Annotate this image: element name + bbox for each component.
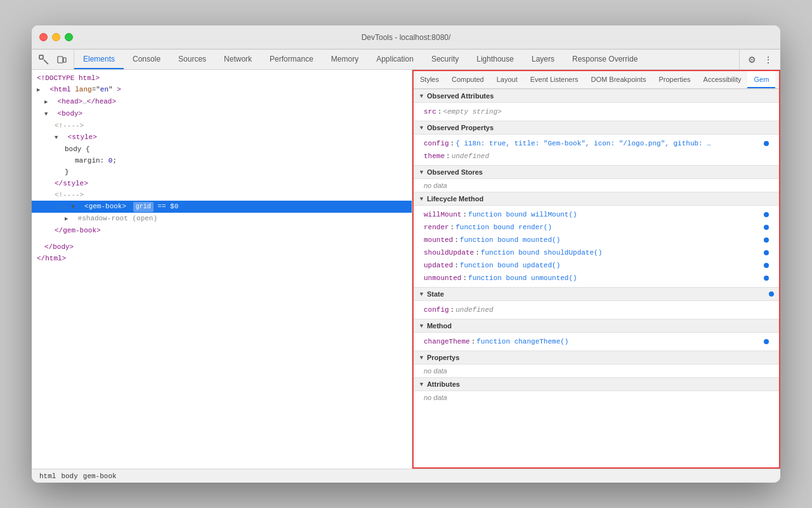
sub-tab-gem[interactable]: Gem bbox=[747, 71, 775, 88]
sub-tab-properties[interactable]: Properties bbox=[652, 71, 697, 88]
triangle-icon: ▼ bbox=[419, 381, 424, 387]
settings-icon[interactable]: ⚙ bbox=[745, 53, 759, 67]
dom-line-style[interactable]: ▼ <style> bbox=[32, 131, 412, 144]
tab-lighthouse[interactable]: Lighthouse bbox=[468, 50, 523, 69]
tab-sources[interactable]: Sources bbox=[169, 50, 215, 69]
attr-lang: lang bbox=[75, 86, 91, 93]
dot-indicator bbox=[764, 276, 769, 281]
head-expand-icon: ▶ bbox=[44, 97, 53, 107]
dom-line-html-close: </html> bbox=[32, 253, 412, 264]
tab-layers[interactable]: Layers bbox=[523, 50, 563, 69]
dom-line-comment2: <!----> bbox=[32, 189, 412, 201]
sub-tab-event-listeners[interactable]: Event Listeners bbox=[524, 71, 585, 88]
sub-tab-computed[interactable]: Computed bbox=[445, 71, 490, 88]
section-title-attributes: Attributes bbox=[427, 380, 460, 388]
section-propertys[interactable]: ▼ Propertys bbox=[414, 351, 779, 364]
svg-rect-2 bbox=[63, 58, 66, 62]
minimize-button[interactable] bbox=[52, 33, 60, 41]
dom-line-shadow-root[interactable]: ▶ #shadow-root (open) bbox=[32, 213, 412, 225]
attr-lang-val: en bbox=[100, 86, 108, 93]
section-title-state: State bbox=[427, 290, 444, 298]
grid-badge: grid bbox=[133, 202, 154, 212]
section-lifecycle-method[interactable]: ▼ Lifecycle Method bbox=[414, 192, 779, 206]
body-expand-icon: ▼ bbox=[44, 109, 53, 119]
breadcrumb-gem-book[interactable]: gem-book bbox=[81, 472, 119, 480]
method-content: changeTheme : function changeTheme() bbox=[414, 333, 779, 351]
dom-panel[interactable]: <!DOCTYPE html> ▶ <html lang="en" > ▶ <h… bbox=[32, 70, 412, 469]
sub-tab-dom-breakpoints[interactable]: DOM Breakpoints bbox=[585, 71, 653, 88]
prop-src: src : <empty string> bbox=[424, 105, 769, 118]
section-state[interactable]: ▼ State bbox=[414, 287, 779, 301]
section-title-observed-propertys: Observed Propertys bbox=[427, 124, 494, 131]
triangle-icon: ▼ bbox=[419, 169, 424, 175]
svg-rect-0 bbox=[39, 55, 43, 59]
section-title-observed-attributes: Observed Attributes bbox=[427, 92, 494, 100]
section-title-observed-stores: Observed Stores bbox=[427, 168, 483, 176]
tab-console[interactable]: Console bbox=[124, 50, 169, 69]
style-expand-icon: ▼ bbox=[55, 133, 63, 143]
dot-indicator bbox=[764, 339, 769, 344]
observed-propertys-content: config : { i18n: true, title: "Gem-book"… bbox=[414, 135, 779, 165]
prop-changetheme: changeTheme : function changeTheme() bbox=[424, 335, 769, 348]
tab-security[interactable]: Security bbox=[422, 50, 468, 69]
prop-render: render : function bound render() bbox=[424, 221, 769, 234]
lifecycle-content: willMount : function bound willMount() r… bbox=[414, 206, 779, 287]
prop-theme: theme : undefined bbox=[424, 150, 769, 163]
dot-indicator bbox=[764, 141, 769, 146]
prop-unmounted: unmounted : function bound unmounted() bbox=[424, 272, 769, 284]
prop-config: config : { i18n: true, title: "Gem-book"… bbox=[424, 137, 769, 150]
tab-memory[interactable]: Memory bbox=[322, 50, 367, 69]
dom-line-comment1: <!----> bbox=[32, 120, 412, 131]
propertys-no-data: no data bbox=[414, 364, 779, 377]
triangle-icon: ▼ bbox=[419, 124, 424, 131]
dot-indicator bbox=[764, 250, 769, 255]
dom-line-body-css: body { bbox=[32, 144, 412, 155]
section-observed-propertys[interactable]: ▼ Observed Propertys bbox=[414, 121, 779, 135]
section-attributes[interactable]: ▼ Attributes bbox=[414, 377, 779, 391]
dom-line-body[interactable]: ▼ <body> bbox=[32, 108, 412, 120]
shadow-expand-icon: ▶ bbox=[65, 214, 74, 224]
dom-line-body-close: </body> bbox=[32, 241, 412, 253]
section-title-lifecycle: Lifecycle Method bbox=[427, 195, 483, 203]
tab-performance[interactable]: Performance bbox=[261, 50, 322, 69]
prop-state-config: config : undefined bbox=[424, 304, 769, 316]
dom-line-margin: margin: 0; bbox=[32, 155, 412, 166]
breadcrumb-html[interactable]: html bbox=[37, 472, 58, 480]
attributes-no-data: no data bbox=[414, 391, 779, 404]
triangle-icon: ▼ bbox=[419, 354, 424, 361]
close-button[interactable] bbox=[39, 33, 48, 41]
dom-line-doctype: <!DOCTYPE html> bbox=[32, 72, 412, 84]
inspect-icon[interactable] bbox=[37, 53, 51, 67]
dot-indicator bbox=[764, 237, 769, 243]
maximize-button[interactable] bbox=[65, 33, 73, 41]
dom-line-html[interactable]: ▶ <html lang="en" > bbox=[32, 84, 412, 96]
tab-application[interactable]: Application bbox=[367, 50, 422, 69]
dom-line-style-close: </style> bbox=[32, 178, 412, 189]
more-icon[interactable]: ⋮ bbox=[761, 53, 775, 67]
triangle-icon: ▼ bbox=[419, 323, 424, 329]
state-content: config : undefined bbox=[414, 301, 779, 319]
tab-response-override[interactable]: Response Override bbox=[563, 50, 646, 69]
section-method[interactable]: ▼ Method bbox=[414, 319, 779, 333]
gem-book-expand-icon: ▼ bbox=[71, 202, 80, 212]
section-observed-stores[interactable]: ▼ Observed Stores bbox=[414, 165, 779, 179]
sub-tab-styles[interactable]: Styles bbox=[414, 71, 445, 88]
dom-line-head[interactable]: ▶ <head>…</head> bbox=[32, 96, 412, 108]
expand-icon: ▶ bbox=[37, 85, 46, 95]
gem-content: ▼ Observed Attributes src : <empty strin… bbox=[414, 89, 779, 467]
tab-network[interactable]: Network bbox=[215, 50, 261, 69]
doctype-tag: <!DOCTYPE html> bbox=[37, 74, 100, 82]
sub-tab-accessibility[interactable]: Accessibility bbox=[697, 71, 748, 88]
sub-tab-layout[interactable]: Layout bbox=[490, 71, 524, 88]
observed-attributes-content: src : <empty string> bbox=[414, 103, 779, 121]
dom-line-gem-book[interactable]: ... ▼ <gem-book> grid == $0 bbox=[32, 201, 412, 213]
section-observed-attributes[interactable]: ▼ Observed Attributes bbox=[414, 89, 779, 103]
breadcrumb-body[interactable]: body bbox=[58, 472, 80, 480]
breadcrumb: html body gem-book bbox=[32, 469, 780, 483]
toolbar-right: ⚙ ⋮ bbox=[739, 50, 780, 69]
prop-mounted: mounted : function bound mounted() bbox=[424, 234, 769, 246]
dom-line-css-close: } bbox=[32, 166, 412, 178]
tab-elements[interactable]: Elements bbox=[74, 50, 124, 69]
prop-willmount: willMount : function bound willMount() bbox=[424, 208, 769, 221]
device-icon[interactable] bbox=[55, 53, 69, 67]
